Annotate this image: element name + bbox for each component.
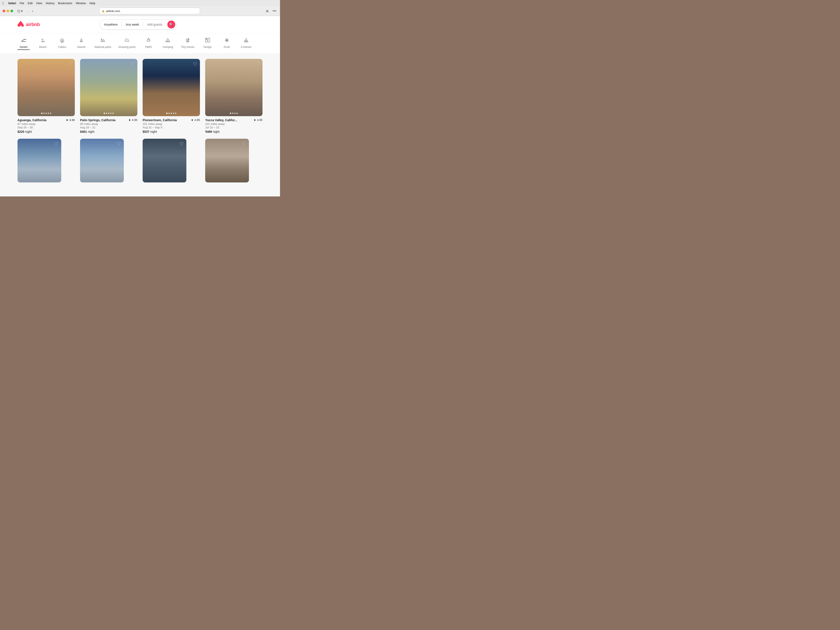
category-a-frames[interactable]: A-frames [240, 37, 252, 50]
history-menu-item[interactable]: History [46, 2, 54, 5]
traffic-lights [3, 9, 13, 12]
category-design[interactable]: Design [202, 37, 214, 50]
dot-5 [50, 113, 51, 114]
amazing-pools-icon [124, 38, 129, 44]
url-text: airbnb.com [106, 9, 120, 13]
cabins-icon [60, 38, 65, 44]
favorite-button-aguanga[interactable]: ♡ [68, 62, 72, 67]
listing-image-b2: ♡ [80, 139, 124, 182]
category-omg[interactable]: OMG! [142, 37, 155, 50]
dot-1 [41, 113, 43, 114]
safari-menu-item[interactable]: Safari [8, 2, 16, 5]
omg-icon [146, 38, 151, 44]
dot-5 [175, 113, 176, 114]
listing-price: $537 night [143, 130, 200, 133]
search-bar: Anywhere Any week Add guests 🔍 [100, 19, 176, 30]
listing-title-row: Pioneertown, California ★ 4.95 [143, 118, 200, 122]
airbnb-logo[interactable]: airbnb [17, 21, 40, 29]
listing-dates: Aug 31 – Sep 5 [143, 126, 200, 129]
listing-card-yucca[interactable]: ♡ Yucca Valley, Califor... ★ 4.95 101 mi… [205, 59, 262, 133]
favorite-button-palmsprings[interactable]: ♡ [130, 62, 135, 67]
design-icon [205, 38, 210, 44]
airbnb-page: airbnb Anywhere Any week Add guests 🔍 De… [0, 16, 280, 196]
favorite-button-b3[interactable]: ♡ [179, 141, 184, 147]
dot-2 [106, 113, 107, 114]
listing-location: Yucca Valley, Califor... [205, 118, 237, 122]
minimize-button[interactable] [6, 9, 9, 12]
shield-icon-button[interactable]: ⊕ [265, 8, 270, 14]
forward-button[interactable]: › [30, 8, 34, 14]
airbnb-logo-icon [17, 21, 24, 29]
edit-menu-item[interactable]: Edit [28, 2, 33, 5]
camping-icon [165, 38, 171, 44]
maximize-button[interactable] [11, 9, 13, 12]
favorite-button-pioneertown[interactable]: ♡ [193, 62, 197, 67]
any-week-button[interactable]: Any week [122, 21, 143, 28]
tiny-homes-label: Tiny homes [181, 46, 194, 49]
category-islands[interactable]: Islands [75, 37, 87, 50]
omg-label: OMG! [145, 46, 152, 49]
dot-3 [46, 113, 47, 114]
dot-1 [166, 113, 167, 114]
listing-dates: Jul 10 – 15 [205, 126, 262, 129]
dot-3 [171, 113, 172, 114]
islands-label: Islands [77, 46, 85, 49]
listing-image-b3: ♡ [143, 139, 186, 182]
listing-dates: Sep 25 – 30 [17, 126, 75, 129]
category-national-parks[interactable]: National parks [95, 37, 111, 50]
beach-label: Beach [39, 46, 47, 49]
add-guests-button[interactable]: Add guests [143, 21, 166, 28]
listing-card-b1[interactable]: ♡ [17, 139, 75, 182]
listing-card-aguanga[interactable]: ♡ Aguanga, California ★ 4.96 87 miles a [17, 59, 75, 133]
anywhere-button[interactable]: Anywhere [100, 21, 122, 28]
help-menu-item[interactable]: Help [90, 2, 95, 5]
category-amazing-pools[interactable]: Amazing pools [118, 37, 136, 50]
favorite-button-b1[interactable]: ♡ [54, 141, 58, 147]
beach-icon [40, 38, 46, 44]
category-cabins[interactable]: Cabins [56, 37, 68, 50]
listing-card-b2[interactable]: ♡ [80, 139, 137, 182]
listing-card-palmsprings[interactable]: ♡ Palm Springs, California ★ 4.95 95 mi [80, 59, 137, 133]
image-dots-palmsprings [104, 113, 114, 114]
listing-card-pioneertown[interactable]: ♡ Pioneertown, California ★ 4.95 101 mi [143, 59, 200, 133]
favorite-button-yucca[interactable]: ♡ [256, 62, 260, 67]
bookmarks-menu-item[interactable]: Bookmarks [58, 2, 72, 5]
tiny-homes-icon [185, 38, 190, 44]
dot-4 [48, 113, 49, 114]
dot-1 [230, 113, 231, 114]
svg-rect-18 [205, 38, 207, 39]
back-button[interactable]: ‹ [25, 8, 30, 14]
file-menu-item[interactable]: File [20, 2, 24, 5]
sidebar-toggle-button[interactable]: ⊡ ▾ [16, 8, 24, 14]
dot-2 [169, 113, 170, 114]
image-dots-aguanga [41, 113, 51, 114]
listings-container: ♡ Aguanga, California ★ 4.96 87 miles a [0, 54, 280, 188]
arctic-icon [224, 38, 229, 44]
share-button[interactable]: ••• [272, 8, 277, 14]
listing-distance: 101 miles away [143, 122, 200, 126]
airbnb-logo-text: airbnb [26, 22, 40, 27]
listing-card-b4[interactable]: ♡ [205, 139, 262, 182]
favorite-button-b4[interactable]: ♡ [242, 141, 246, 147]
listing-card-b3[interactable]: ♡ [143, 139, 200, 182]
camping-label: Camping [163, 46, 173, 49]
favorite-button-b2[interactable]: ♡ [117, 141, 121, 147]
window-menu-item[interactable]: Window [76, 2, 86, 5]
category-desert[interactable]: Desert [17, 37, 30, 50]
cabins-label: Cabins [58, 46, 66, 49]
dot-5 [112, 113, 114, 114]
design-label: Design [204, 46, 212, 49]
search-submit-button[interactable]: 🔍 [167, 21, 175, 28]
category-arctic[interactable]: Arctic [221, 37, 233, 50]
view-menu-item[interactable]: View [36, 2, 42, 5]
close-button[interactable] [3, 9, 5, 12]
category-tiny-homes[interactable]: Tiny homes [181, 37, 194, 50]
address-bar[interactable]: 🔒 airbnb.com [99, 8, 200, 14]
listing-info-aguanga: Aguanga, California ★ 4.96 87 miles away… [17, 116, 75, 133]
listing-price: $461 night [80, 130, 137, 133]
dot-2 [43, 113, 45, 114]
listing-rating: ★ 4.95 [191, 118, 200, 122]
category-beach[interactable]: Beach [37, 37, 49, 50]
category-camping[interactable]: Camping [162, 37, 174, 50]
svg-point-2 [41, 41, 45, 42]
